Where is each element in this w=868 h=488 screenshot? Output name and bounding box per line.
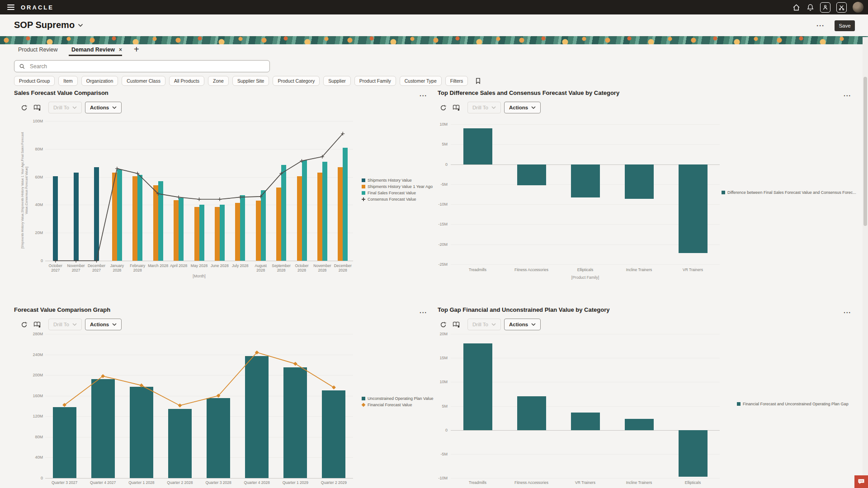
bar[interactable]: [235, 203, 240, 261]
panel-menu-button[interactable]: ···: [844, 309, 851, 316]
bookmark-icon[interactable]: [475, 77, 481, 84]
bar[interactable]: [322, 162, 327, 261]
bar[interactable]: [130, 387, 153, 478]
bar[interactable]: [571, 164, 600, 198]
bar[interactable]: [322, 390, 345, 478]
bar[interactable]: [117, 169, 122, 261]
tab-product-review[interactable]: Product Review: [18, 47, 58, 53]
header-overflow-menu-button[interactable]: ···: [816, 22, 825, 29]
bar[interactable]: [132, 176, 137, 261]
plan-title-dropdown[interactable]: SOP Supremo: [14, 20, 83, 30]
banner-pattern: [0, 36, 868, 44]
bar[interactable]: [94, 167, 99, 261]
drill-to-button[interactable]: Drill To: [467, 102, 501, 113]
open-book-icon[interactable]: [33, 321, 41, 328]
open-book-icon[interactable]: [453, 321, 460, 328]
bar[interactable]: [53, 407, 76, 478]
panel-menu-button[interactable]: ···: [420, 92, 427, 99]
drill-to-button[interactable]: Drill To: [48, 102, 82, 113]
save-button[interactable]: Save: [835, 20, 855, 31]
hamburger-menu-icon[interactable]: [7, 5, 14, 10]
actions-button[interactable]: Actions: [504, 319, 541, 330]
home-icon[interactable]: [792, 3, 800, 11]
topbar-clip-icon[interactable]: [836, 2, 847, 13]
x-tick-label: October 2027: [45, 263, 66, 272]
vertical-scrollbar[interactable]: [863, 37, 868, 488]
bar[interactable]: [261, 190, 266, 261]
open-book-icon[interactable]: [453, 104, 460, 111]
bar[interactable]: [338, 167, 343, 261]
bar[interactable]: [174, 200, 179, 261]
topbar-shortcut-icon[interactable]: [820, 2, 830, 13]
chip-customer-type[interactable]: Customer Type: [400, 76, 442, 86]
chat-feedback-button[interactable]: [854, 475, 868, 488]
bar[interactable]: [220, 205, 225, 261]
chevron-down-icon: [491, 323, 496, 326]
x-tick-label: May 2028: [189, 263, 210, 268]
chip-supplier[interactable]: Supplier: [323, 76, 351, 86]
bar[interactable]: [571, 413, 600, 430]
refresh-icon[interactable]: [21, 104, 28, 111]
bar[interactable]: [276, 188, 281, 261]
bar[interactable]: [240, 195, 245, 261]
chip-customer-class[interactable]: Customer Class: [122, 76, 165, 86]
actions-button[interactable]: Actions: [85, 319, 122, 330]
add-tab-button[interactable]: +: [134, 44, 139, 55]
bar[interactable]: [679, 430, 708, 477]
chip-organization[interactable]: Organization: [81, 76, 118, 86]
bar[interactable]: [297, 176, 302, 261]
bar[interactable]: [91, 379, 115, 478]
tab-demand-review[interactable]: Demand Review ×: [71, 47, 122, 53]
oracle-logo[interactable]: ORACLE: [21, 4, 54, 11]
chip-product-group[interactable]: Product Group: [14, 76, 55, 86]
bar[interactable]: [153, 185, 158, 261]
panel-menu-button[interactable]: ···: [420, 309, 427, 316]
notifications-bell-icon[interactable]: [806, 3, 814, 11]
refresh-icon[interactable]: [21, 321, 28, 328]
bar[interactable]: [517, 396, 546, 430]
bar[interactable]: [463, 128, 492, 164]
bar[interactable]: [317, 173, 322, 261]
chip-item[interactable]: Item: [58, 76, 77, 86]
chip-supplier-site[interactable]: Supplier Site: [232, 76, 269, 86]
bar[interactable]: [679, 164, 708, 253]
chip-filters[interactable]: Filters: [445, 76, 468, 86]
bar[interactable]: [74, 173, 79, 261]
bar[interactable]: [215, 207, 220, 261]
bar[interactable]: [343, 148, 348, 261]
bar[interactable]: [283, 367, 307, 478]
bar[interactable]: [245, 356, 269, 478]
bar[interactable]: [625, 164, 654, 199]
bar[interactable]: [179, 198, 184, 261]
bar[interactable]: [168, 409, 192, 478]
panel-menu-button[interactable]: ···: [844, 92, 851, 99]
bar[interactable]: [194, 207, 199, 261]
bar[interactable]: [137, 175, 142, 261]
bar[interactable]: [207, 398, 230, 478]
bar[interactable]: [158, 181, 163, 261]
bar[interactable]: [625, 419, 654, 430]
chip-product-family[interactable]: Product Family: [354, 76, 396, 86]
scrollbar-thumb[interactable]: [863, 77, 867, 226]
bar[interactable]: [281, 165, 286, 261]
bar[interactable]: [53, 176, 58, 261]
chip-all-products[interactable]: All Products: [169, 76, 204, 86]
user-avatar[interactable]: [853, 2, 863, 13]
search-input[interactable]: [29, 63, 265, 70]
chip-product-category[interactable]: Product Category: [273, 76, 320, 86]
close-tab-icon[interactable]: ×: [119, 47, 122, 53]
actions-button[interactable]: Actions: [504, 102, 541, 113]
drill-to-button[interactable]: Drill To: [48, 319, 82, 330]
refresh-icon[interactable]: [440, 321, 447, 328]
bar[interactable]: [302, 160, 307, 261]
refresh-icon[interactable]: [440, 104, 447, 111]
chip-zone[interactable]: Zone: [208, 76, 229, 86]
bar[interactable]: [256, 201, 261, 261]
bar[interactable]: [199, 205, 204, 261]
bar[interactable]: [517, 164, 546, 186]
bar[interactable]: [463, 343, 492, 430]
open-book-icon[interactable]: [33, 104, 41, 111]
actions-button[interactable]: Actions: [85, 102, 122, 113]
drill-to-button[interactable]: Drill To: [467, 319, 501, 330]
bar[interactable]: [112, 173, 117, 261]
